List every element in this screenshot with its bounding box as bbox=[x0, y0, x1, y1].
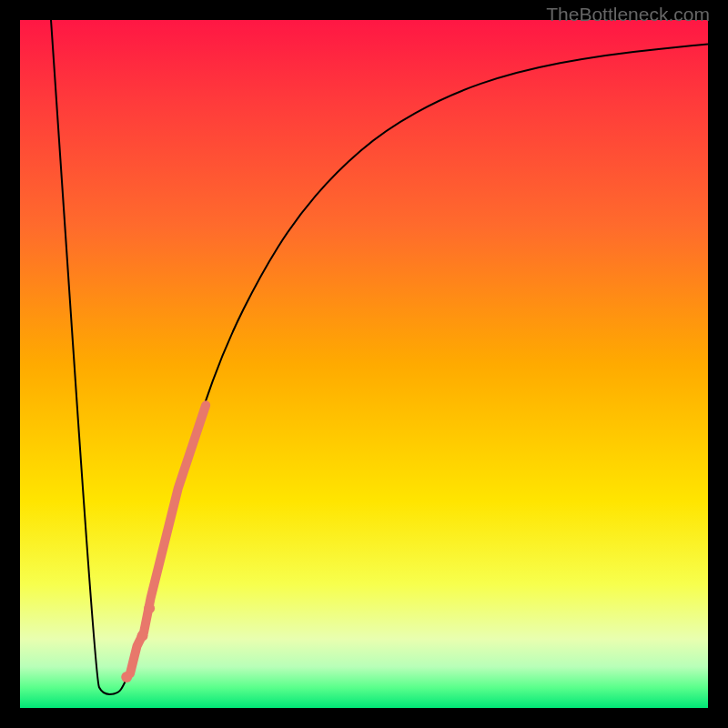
highlight-dot bbox=[137, 631, 148, 642]
chart-container: TheBottleneck.com bbox=[0, 0, 728, 728]
watermark-text: TheBottleneck.com bbox=[546, 4, 710, 25]
highlight-dot bbox=[144, 602, 155, 613]
highlight-dot bbox=[121, 672, 132, 682]
gradient-background bbox=[20, 20, 708, 708]
plot-area bbox=[20, 20, 708, 708]
chart-svg bbox=[20, 20, 708, 708]
